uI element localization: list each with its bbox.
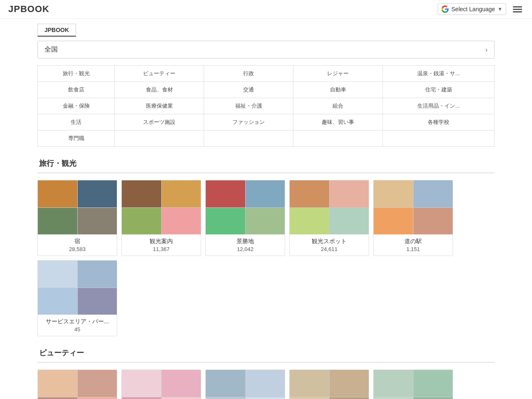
card-image-cell <box>330 208 369 235</box>
card-image-cell <box>246 397 285 399</box>
list-line-1 <box>513 6 522 7</box>
category-cell[interactable]: 福祉・介護 <box>204 98 293 114</box>
header: JPBOOK Select Language ▼ <box>0 0 532 19</box>
category-cell[interactable]: 食品、食材 <box>115 82 204 98</box>
list-menu-icon[interactable] <box>511 5 524 14</box>
card-item[interactable]: マッサージ・整体 <box>289 369 369 399</box>
card-info: サービスエリア・パー...45 <box>38 315 117 336</box>
card-item[interactable]: ネイルサロン <box>121 369 201 399</box>
card-count: 12,042 <box>209 246 281 252</box>
language-text: Select Language <box>451 6 495 12</box>
card-count: 1,151 <box>377 246 449 252</box>
card-image <box>38 261 117 315</box>
card-image-cell <box>162 180 201 207</box>
category-cell[interactable]: 生活用品・イン... <box>383 98 495 114</box>
category-cell[interactable]: 住宅・建築 <box>383 82 495 98</box>
card-image-cell <box>78 370 117 397</box>
tab-bar: JPBOOK <box>37 24 495 37</box>
card-image <box>206 370 285 399</box>
category-cell[interactable] <box>204 131 293 147</box>
card-image <box>38 370 117 399</box>
card-image-cell <box>78 288 117 315</box>
category-cell[interactable]: 医療保健業 <box>115 98 204 114</box>
category-cell[interactable]: ファッション <box>204 114 293 131</box>
card-image-cell <box>38 370 77 397</box>
card-image-cell <box>330 180 369 207</box>
category-cell[interactable]: 各種学校 <box>383 114 495 131</box>
category-cell[interactable]: 行政 <box>204 66 293 82</box>
card-image-cell <box>38 261 77 288</box>
card-image-cell <box>206 397 245 399</box>
card-info: 景勝地12,042 <box>206 234 285 256</box>
category-cell[interactable] <box>115 131 204 147</box>
card-image-cell <box>330 370 369 397</box>
card-item[interactable]: エステサロン <box>205 369 285 399</box>
category-cell[interactable]: 生活 <box>38 114 115 131</box>
card-image-cell <box>330 397 369 399</box>
card-image-cell <box>162 370 201 397</box>
category-cell[interactable]: 交通 <box>204 82 293 98</box>
category-cell[interactable]: 飲食店 <box>38 82 115 98</box>
card-image-cell <box>414 370 453 397</box>
card-item[interactable]: 道の駅1,151 <box>373 180 453 256</box>
card-image <box>290 370 369 399</box>
card-image-cell <box>246 208 285 235</box>
category-cell[interactable]: 専門職 <box>38 131 115 147</box>
card-image-cell <box>414 397 453 399</box>
tab-jpbook[interactable]: JPBOOK <box>37 24 76 37</box>
card-image-cell <box>38 208 77 235</box>
section-travel: 旅行・観光 宿28,583観光案内11,367景勝地12,042観光スポット24… <box>37 158 495 336</box>
card-image-cell <box>162 208 201 235</box>
category-cell[interactable]: 自動車 <box>293 82 383 98</box>
section-title-travel: 旅行・観光 <box>37 158 495 168</box>
card-count: 45 <box>41 326 113 332</box>
card-image-cell <box>374 397 413 399</box>
card-item[interactable]: 美容室・ヘアサロン <box>37 369 117 399</box>
card-image-cell <box>206 370 245 397</box>
category-cell[interactable]: スポーツ施設 <box>115 114 204 131</box>
card-name: 宿 <box>41 238 113 245</box>
card-info: 道の駅1,151 <box>374 234 453 256</box>
card-item[interactable]: 観光案内11,367 <box>121 180 201 256</box>
section-beauty: ビューティー 美容室・ヘアサロンネイルサロンエステサロンマッサージ・整体まつ毛エ… <box>37 348 495 399</box>
card-item[interactable]: 宿28,583 <box>37 180 117 256</box>
category-cell[interactable] <box>383 131 495 147</box>
card-image-cell <box>78 208 117 235</box>
category-cell[interactable]: 趣味、習い事 <box>293 114 383 131</box>
region-label: 全国 <box>44 45 58 54</box>
logo: JPBOOK <box>8 4 49 15</box>
main-container: JPBOOK 全国 › 旅行・観光ビューティー行政レジャー温泉・銭湯・サ...飲… <box>29 24 503 399</box>
category-cell[interactable]: 旅行・観光 <box>38 66 115 82</box>
category-cell[interactable]: レジャー <box>293 66 383 82</box>
card-item[interactable]: 観光スポット24,611 <box>289 180 369 256</box>
section-divider-beauty <box>37 362 495 363</box>
card-image-cell <box>122 208 161 235</box>
category-cell[interactable] <box>293 131 383 147</box>
card-image <box>374 370 453 399</box>
card-image-cell <box>122 370 161 397</box>
card-image-cell <box>122 180 161 207</box>
category-grid: 旅行・観光ビューティー行政レジャー温泉・銭湯・サ...飲食店食品、食材交通自動車… <box>37 65 495 147</box>
category-cell[interactable]: ビューティー <box>115 66 204 82</box>
card-image <box>122 180 201 234</box>
category-cell[interactable]: 温泉・銭湯・サ... <box>383 66 495 82</box>
category-cell[interactable]: 金融・保険 <box>38 98 115 114</box>
card-image-cell <box>290 370 329 397</box>
region-selector[interactable]: 全国 › <box>37 41 495 59</box>
card-item[interactable]: まつ毛エクステ <box>373 369 453 399</box>
card-image-cell <box>122 397 161 399</box>
card-image <box>206 180 285 234</box>
card-image <box>122 370 201 399</box>
card-name: サービスエリア・パー... <box>41 318 113 325</box>
card-image-cell <box>246 370 285 397</box>
card-image-cell <box>374 208 413 235</box>
language-selector[interactable]: Select Language ▼ <box>438 3 506 15</box>
card-item[interactable]: サービスエリア・パー...45 <box>37 260 117 336</box>
category-cell[interactable]: 組合 <box>293 98 383 114</box>
section-title-beauty: ビューティー <box>37 348 495 358</box>
card-count: 24,611 <box>293 246 365 252</box>
card-image-cell <box>290 208 329 235</box>
card-name: 景勝地 <box>209 238 281 245</box>
card-item[interactable]: 景勝地12,042 <box>205 180 285 256</box>
card-name: 道の駅 <box>377 238 449 245</box>
